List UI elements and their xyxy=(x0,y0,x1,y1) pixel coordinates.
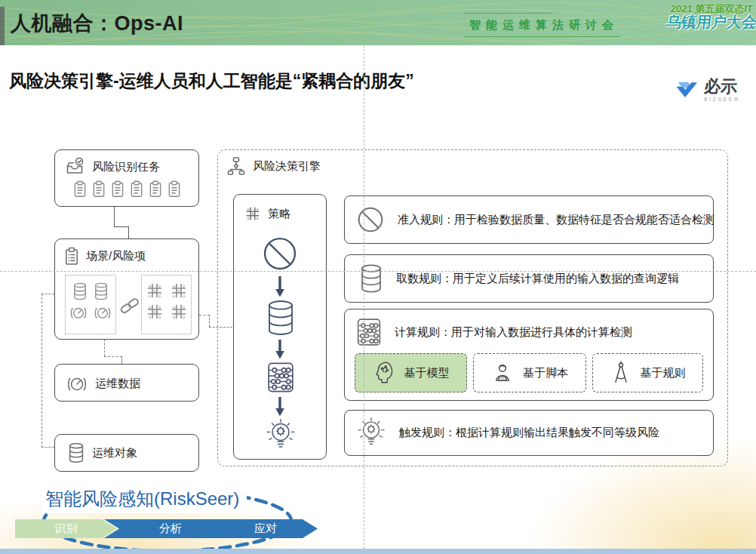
svg-text:o: o xyxy=(149,284,152,288)
hierarchy-tree-icon xyxy=(226,156,246,176)
prohibition-icon xyxy=(355,205,386,235)
scene-data-group xyxy=(65,275,116,334)
ops-object-box: 运维对象 xyxy=(54,434,199,472)
rule-box-compute: 计算规则：用于对输入数据进行具体的计算检测 基于模型 </> 基于脚本 基于规则 xyxy=(344,309,714,401)
header-edge-shadow xyxy=(0,7,5,45)
clipboard-icon xyxy=(149,180,162,198)
svg-text:x: x xyxy=(257,207,259,211)
brand-subtitle: BIZSEER xyxy=(704,97,739,102)
stage-respond: 应对 xyxy=(203,519,318,538)
svg-text:o: o xyxy=(247,207,250,211)
rule-box-trigger: 触发规则：根据计算规则输出结果触发不同等级风险 xyxy=(344,410,714,456)
database-icon xyxy=(72,282,88,300)
svg-text:o: o xyxy=(183,294,186,298)
connector-task-to-scene xyxy=(128,226,129,239)
database-icon xyxy=(67,442,85,463)
flow-arrow-down-icon xyxy=(275,397,285,417)
ops-object-label: 运维对象 xyxy=(92,446,137,460)
rule-trigger-text: 触发规则：根据计算规则输出结果触发不同等级风险 xyxy=(399,426,659,440)
svg-text:</>: </> xyxy=(500,376,506,380)
gauge-icon xyxy=(69,304,88,321)
strategy-box: oxxoo 策略 xyxy=(233,194,327,460)
bottom-strip xyxy=(0,549,756,554)
connector-scene-to-data xyxy=(121,356,122,364)
engine-title: 风险决策引擎 xyxy=(253,159,321,174)
lightbulb-gear-icon xyxy=(263,418,298,453)
database-icon xyxy=(94,282,109,300)
svg-text:o: o xyxy=(173,315,176,319)
method-rule-label: 基于规则 xyxy=(641,366,686,380)
svg-text:x: x xyxy=(177,288,180,293)
tictactoe-grid-icon: oxxoo xyxy=(170,303,188,321)
clipboard-icon xyxy=(73,180,87,198)
strategy-label: 策略 xyxy=(268,207,290,221)
connector-task-to-scene xyxy=(114,226,129,227)
clipboard-icon xyxy=(167,180,181,198)
rule-box-fetch: 取数规则：用于定义后续计算使用的输入数据的查询逻辑 xyxy=(344,254,714,303)
lightbulb-gear-icon xyxy=(355,417,387,450)
chain-link-icon xyxy=(118,297,141,315)
stage-identify-label: 识别 xyxy=(55,522,78,536)
gauge-icon xyxy=(93,304,112,321)
stage-analyze-label: 分析 xyxy=(159,522,182,536)
scene-strategy-group: oxxoo oxxoo oxxoo oxxoo xyxy=(141,275,192,334)
compass-icon xyxy=(610,361,632,385)
svg-text:o: o xyxy=(158,315,161,319)
svg-text:x: x xyxy=(158,284,161,288)
ai-head-icon xyxy=(373,360,395,386)
page-title: 风险决策引擎-运维人员和人工智能是“紧耦合的朋友” xyxy=(9,69,414,93)
scene-risk-item-box: 场景/风险项 oxxoo oxxoo oxxoo oxxoo xyxy=(54,239,199,340)
connector-task-to-scene xyxy=(114,207,115,227)
connector-scene-to-strategy xyxy=(199,315,210,315)
ops-data-label: 运维数据 xyxy=(95,377,140,391)
brand-name: 必示 xyxy=(704,78,739,95)
prohibition-icon xyxy=(260,234,300,273)
svg-text:o: o xyxy=(247,216,250,220)
tictactoe-grid-icon: oxxoo xyxy=(146,303,164,321)
tictactoe-grid-icon: oxxoo xyxy=(244,205,261,222)
risk-identify-task-label: 风险识别任务 xyxy=(92,160,160,174)
event-logo-line1: 2021 第五届双态IT xyxy=(667,4,756,14)
event-logo: 2021 第五届双态IT 乌镇用户大会 xyxy=(665,4,756,30)
svg-text:o: o xyxy=(158,294,161,298)
method-script-label: 基于脚本 xyxy=(523,366,568,380)
abacus-icon xyxy=(266,361,296,394)
rule-fetch-text: 取数规则：用于定义后续计算使用的输入数据的查询逻辑 xyxy=(396,272,679,286)
clipboard-icon xyxy=(111,180,124,198)
svg-text:o: o xyxy=(149,305,152,309)
tictactoe-grid-icon: oxxoo xyxy=(146,282,164,300)
clipboard-icon xyxy=(92,180,106,198)
slide-root: 人机融合：Ops-AI 智能运维算法研讨会 2021 第五届双态IT 乌镇用户大… xyxy=(0,0,756,554)
abacus-icon xyxy=(355,317,383,347)
bizseer-check-icon xyxy=(674,79,699,102)
task-clipboard-row xyxy=(55,180,198,198)
svg-text:o: o xyxy=(173,284,176,288)
clipboard-icon xyxy=(130,180,143,198)
stage-respond-label: 应对 xyxy=(254,522,277,536)
svg-text:o: o xyxy=(173,294,176,298)
svg-text:o: o xyxy=(173,305,176,309)
method-box-rule: 基于规则 xyxy=(592,353,703,392)
svg-text:x: x xyxy=(158,305,161,309)
svg-text:x: x xyxy=(177,309,180,314)
conference-name: 智能运维算法研讨会 xyxy=(469,18,619,32)
product-title: 智能风险感知(RiskSeer) xyxy=(42,487,247,513)
svg-text:o: o xyxy=(149,294,152,298)
rule-box-admission: 准入规则：用于检验数据质量、数据特征是否合规能否适合检测 xyxy=(344,195,714,244)
scene-risk-item-label: 场景/风险项 xyxy=(86,249,146,263)
ops-data-box: 运维数据 xyxy=(54,364,199,402)
bizseer-brand: 必示 BIZSEER xyxy=(674,78,739,102)
svg-text:o: o xyxy=(149,315,152,319)
inbox-check-icon xyxy=(64,157,85,177)
method-box-script: </> 基于脚本 xyxy=(473,353,586,392)
method-model-label: 基于模型 xyxy=(404,366,450,380)
database-icon xyxy=(358,263,384,294)
connector-scene-to-data xyxy=(104,356,122,357)
tictactoe-grid-icon: oxxoo xyxy=(170,282,188,300)
flow-arrow-down-icon xyxy=(275,276,285,297)
database-icon xyxy=(263,299,298,337)
method-box-model: 基于模型 xyxy=(355,353,467,392)
svg-text:x: x xyxy=(153,309,155,314)
connector-scene-to-object xyxy=(41,294,42,448)
svg-text:x: x xyxy=(183,305,185,309)
